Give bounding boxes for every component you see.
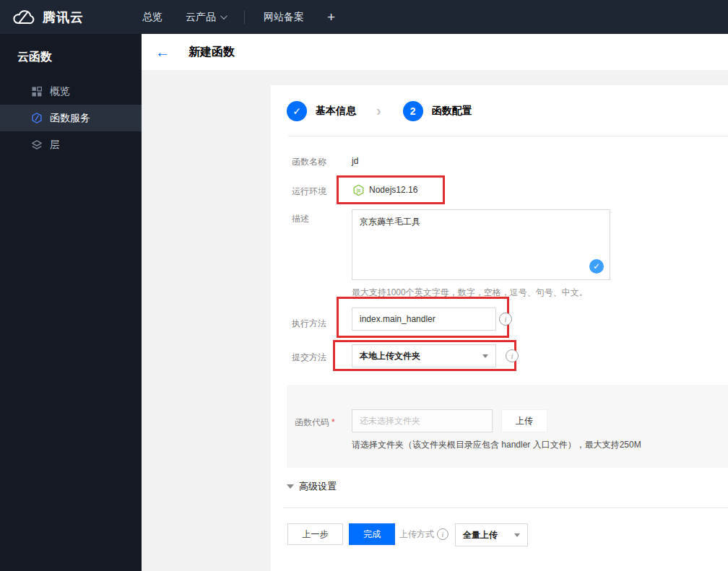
submit-method-label: 提交方法 bbox=[292, 352, 326, 364]
step1-label: 基本信息 bbox=[316, 105, 356, 118]
upload-mode-label: 上传方式 bbox=[399, 528, 434, 541]
finish-button[interactable]: 完成 bbox=[349, 523, 395, 545]
function-code-label: 函数代码* bbox=[295, 417, 335, 429]
add-tab-button[interactable]: + bbox=[316, 9, 347, 25]
divider bbox=[288, 136, 728, 136]
chevron-down-icon bbox=[220, 12, 228, 19]
function-code-label-text: 函数代码 bbox=[295, 417, 329, 427]
step2-number: 2 bbox=[403, 101, 423, 121]
folder-path-input bbox=[352, 409, 493, 432]
submit-method-value: 本地上传文件夹 bbox=[360, 350, 420, 362]
topnav-item-overview[interactable]: 总览 bbox=[131, 0, 174, 34]
upload-mode-value: 全量上传 bbox=[463, 529, 498, 541]
step-chevron-icon: › bbox=[376, 103, 381, 120]
grid-icon bbox=[31, 86, 43, 97]
layers-icon bbox=[31, 139, 43, 151]
page-title: 新建函数 bbox=[188, 45, 235, 60]
nodejs-icon: js bbox=[352, 184, 365, 196]
description-textarea[interactable]: 京东薅羊毛工具 bbox=[352, 209, 610, 280]
sidebar-item-label: 层 bbox=[50, 139, 60, 152]
handler-label: 执行方法 bbox=[292, 318, 326, 330]
sidebar-item-function-service[interactable]: 函数服务 bbox=[0, 105, 142, 131]
valid-check-icon: ✓ bbox=[589, 259, 604, 274]
sidebar-item-overview[interactable]: 概览 bbox=[0, 78, 142, 105]
upload-mode-info-icon[interactable]: i bbox=[437, 528, 448, 540]
topnav-item-products[interactable]: 云产品 bbox=[174, 0, 237, 34]
advanced-settings-toggle[interactable]: 高级设置 bbox=[287, 480, 337, 493]
tencent-cloud-logo-icon bbox=[11, 8, 35, 27]
sidebar-item-label: 函数服务 bbox=[50, 112, 90, 125]
divider bbox=[283, 507, 728, 508]
sidebar-item-layers[interactable]: 层 bbox=[0, 131, 142, 158]
step1-check-icon: ✓ bbox=[287, 101, 307, 121]
runtime-value: js Nodejs12.16 bbox=[352, 183, 417, 197]
runtime-value-text: Nodejs12.16 bbox=[369, 185, 417, 195]
advanced-settings-label: 高级设置 bbox=[299, 480, 337, 493]
topnav-items: 总览 云产品 网站备案 + bbox=[131, 0, 347, 34]
function-name-label: 函数名称 bbox=[292, 156, 326, 168]
previous-step-button[interactable]: 上一步 bbox=[287, 523, 343, 545]
topnav-item-label: 网站备案 bbox=[264, 11, 304, 24]
back-arrow-icon[interactable]: ← bbox=[155, 45, 170, 59]
handler-info-icon[interactable]: i bbox=[499, 313, 512, 326]
topnav-item-label: 总览 bbox=[142, 11, 162, 24]
brand-name: 腾讯云 bbox=[43, 9, 84, 26]
upload-mode-select[interactable]: 全量上传 bbox=[455, 523, 528, 546]
handler-input[interactable] bbox=[352, 308, 496, 331]
description-label: 描述 bbox=[292, 213, 309, 225]
runtime-label: 运行环境 bbox=[292, 186, 326, 198]
topnav-item-label: 云产品 bbox=[186, 11, 216, 24]
sidebar-title: 云函数 bbox=[0, 34, 142, 78]
submit-method-select[interactable]: 本地上传文件夹 bbox=[352, 344, 496, 367]
create-function-card: ✓ 基本信息 › 2 函数配置 函数名称 jd 运行环境 js Nodejs12… bbox=[271, 85, 728, 571]
step2-label: 函数配置 bbox=[432, 105, 472, 118]
upload-mode-group: 上传方式 i bbox=[399, 523, 448, 545]
caret-down-icon bbox=[514, 533, 520, 537]
sidebar-item-label: 概览 bbox=[50, 85, 70, 98]
function-code-hint: 请选择文件夹（该文件夹根目录应包含 handler 入口文件），最大支持250M bbox=[352, 439, 641, 451]
scf-hexagon-icon bbox=[31, 113, 43, 124]
required-star: * bbox=[332, 417, 335, 427]
function-name-value: jd bbox=[352, 156, 358, 166]
topnav-item-icp[interactable]: 网站备案 bbox=[252, 0, 316, 34]
page: 腾讯云 总览 云产品 网站备案 + 云函数 bbox=[0, 0, 728, 571]
tencent-cloud-brand[interactable]: 腾讯云 bbox=[0, 8, 131, 27]
page-header: ← 新建函数 bbox=[142, 34, 728, 70]
topnav-divider bbox=[244, 11, 245, 24]
submit-method-info-icon[interactable]: i bbox=[506, 349, 519, 362]
top-navbar: 腾讯云 总览 云产品 网站备案 + bbox=[0, 0, 728, 34]
description-hint: 最大支持1000个英文字母，数字，空格，逗号、句号、中文。 bbox=[352, 287, 588, 299]
sidebar: 云函数 概览 函数服务 bbox=[0, 34, 142, 571]
description-field-wrap: 京东薅羊毛工具 ✓ bbox=[352, 209, 610, 280]
triangle-down-icon bbox=[287, 484, 294, 489]
upload-button[interactable]: 上传 bbox=[501, 409, 547, 432]
caret-down-icon bbox=[482, 354, 488, 358]
svg-text:js: js bbox=[356, 188, 361, 193]
step-indicator: ✓ 基本信息 › 2 函数配置 bbox=[287, 101, 472, 121]
